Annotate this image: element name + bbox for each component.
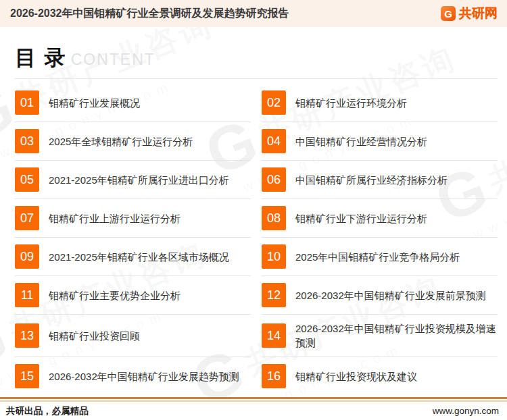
toc-item-label: 2026-2032年中国钼精矿行业发展趋势预测 (49, 369, 239, 384)
toc-item-label: 中国钼精矿所属行业经济指标分析 (295, 173, 448, 187)
toc-item-04: 04 中国钼精矿行业经营情况分析 (262, 122, 498, 161)
toc-item-08: 08 钼精矿行业下游行业运行分析 (262, 199, 498, 238)
report-toc-page: G共研产业咨询 www.gonyn.com G共研产业咨询 www.gonyn.… (0, 0, 507, 420)
toc-item-label: 2025年中国钼精矿行业竞争格局分析 (295, 250, 460, 264)
toc-item-number: 09 (15, 244, 39, 269)
toc-item-number: 04 (262, 129, 286, 153)
brand-logo: G 共研网 (441, 5, 498, 22)
toc-item-07: 07 钼精矿行业上游行业运行分析 (15, 199, 251, 238)
logo-text: 共研网 (459, 5, 498, 22)
toc-item-label: 2021-2025年钼精矿行业各区域市场概况 (49, 250, 229, 264)
footer-slogan: 共研出品，必属精品 (6, 405, 89, 417)
toc-grid: 01 钼精矿行业发展概况 02 钼精矿行业运行环境分析 03 2025年全球钼精… (15, 84, 498, 395)
toc-title-zh: 目 录 (15, 44, 67, 72)
report-title: 2026-2032年中国钼精矿行业全景调研及发展趋势研究报告 (10, 7, 289, 21)
toc-item-label: 中国钼精矿行业经营情况分析 (295, 134, 427, 149)
toc-item-label: 钼精矿行业发展概况 (49, 96, 140, 110)
logo-g-icon: G (441, 6, 456, 21)
toc-item-01: 01 钼精矿行业发展概况 (15, 84, 251, 122)
toc-item-number: 15 (15, 364, 39, 388)
toc-item-label: 钼精矿行业主要优势企业分析 (49, 288, 180, 303)
footer-row: 共研出品，必属精品 www.gonyn.com (0, 402, 507, 420)
toc-item-number: 01 (15, 90, 39, 115)
toc-item-label: 2021-2025年钼精矿所属行业进出口分析 (49, 173, 229, 187)
toc-item-15: 15 2026-2032年中国钼精矿行业发展趋势预测 (15, 357, 251, 395)
toc-item-number: 16 (262, 364, 286, 388)
toc-item-12: 12 2026-2032年中国钼精矿行业发展前景预测 (262, 276, 498, 315)
toc-item-11: 11 钼精矿行业主要优势企业分析 (15, 276, 251, 315)
toc-item-label: 2026-2032年中国钼精矿行业发展前景预测 (295, 288, 486, 303)
toc-heading: 目 录 CONTENT (15, 44, 498, 72)
toc-item-number: 13 (15, 323, 39, 348)
toc-item-number: 07 (15, 206, 39, 230)
toc-item-14: 14 2026-2032年中国钼精矿行业投资规模及增速预测 (262, 315, 498, 357)
toc-item-number: 05 (15, 167, 39, 192)
toc-item-label: 2025年全球钼精矿行业运行分析 (49, 134, 193, 149)
toc-item-label: 钼精矿行业运行环境分析 (295, 96, 407, 110)
toc-item-number: 12 (262, 283, 286, 307)
toc-item-02: 02 钼精矿行业运行环境分析 (262, 84, 498, 122)
toc-item-number: 02 (262, 90, 286, 115)
toc-item-number: 06 (262, 167, 286, 192)
toc-item-06: 06 中国钼精矿所属行业经济指标分析 (262, 161, 498, 199)
toc-item-10: 10 2025年中国钼精矿行业竞争格局分析 (262, 238, 498, 276)
toc-item-09: 09 2021-2025年钼精矿行业各区域市场概况 (15, 238, 251, 276)
footer-bar: 共研出品，必属精品 www.gonyn.com (0, 397, 507, 420)
toc-item-16: 16 钼精矿行业投资现状及建议 (262, 357, 498, 395)
toc-item-label: 钼精矿行业上游行业运行分析 (49, 211, 180, 226)
header-bar: 2026-2032年中国钼精矿行业全景调研及发展趋势研究报告 G 共研网 (0, 0, 507, 27)
toc-item-label: 2026-2032年中国钼精矿行业投资规模及增速预测 (295, 321, 498, 350)
toc-item-13: 13 钼精矿行业投资回顾 (15, 315, 251, 357)
toc-content: 目 录 CONTENT 01 钼精矿行业发展概况 02 钼精矿行业运行环境分析 … (0, 44, 507, 395)
footer-url: www.gonyn.com (433, 406, 499, 416)
toc-item-label: 钼精矿行业投资现状及建议 (295, 369, 417, 384)
toc-item-label: 钼精矿行业下游行业运行分析 (295, 211, 427, 226)
toc-item-number: 14 (262, 323, 286, 348)
toc-item-number: 10 (262, 244, 286, 269)
toc-item-number: 08 (262, 206, 286, 230)
toc-item-05: 05 2021-2025年钼精矿所属行业进出口分析 (15, 161, 251, 199)
heading-divider (15, 78, 498, 79)
toc-title-en: CONTENT (71, 51, 155, 69)
toc-item-03: 03 2025年全球钼精矿行业运行分析 (15, 122, 251, 161)
toc-item-number: 03 (15, 129, 39, 153)
toc-item-number: 11 (15, 283, 39, 307)
toc-item-label: 钼精矿行业投资回顾 (49, 329, 140, 343)
